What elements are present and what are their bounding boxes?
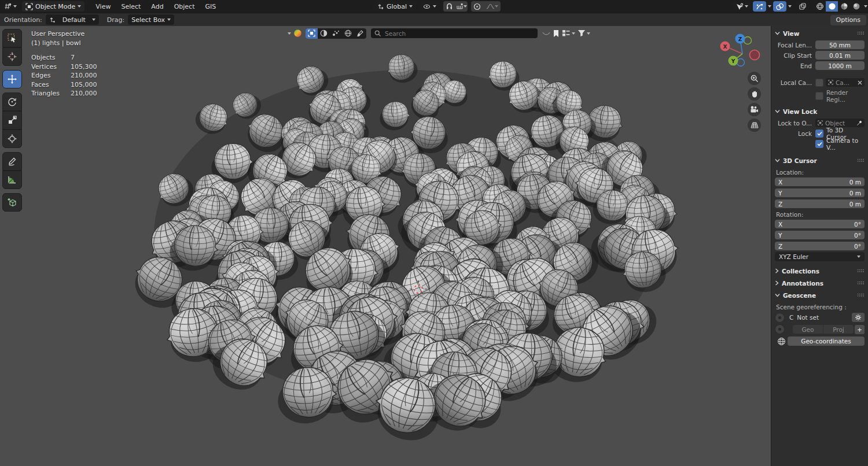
panel-grip-icon[interactable] — [857, 31, 865, 35]
cursor-rotation-y-field[interactable]: Y0° — [775, 231, 865, 239]
panel-grip-icon[interactable] — [857, 293, 865, 297]
tool-annotate[interactable] — [2, 152, 22, 171]
add-crs-button[interactable]: + — [855, 325, 865, 334]
tool-rotate[interactable] — [2, 93, 22, 111]
geo-button[interactable]: Geo — [793, 325, 823, 334]
scene-collection-label: (1) lights | bowl — [31, 39, 97, 48]
crs-settings-button[interactable] — [852, 313, 865, 322]
menu-gis[interactable]: GIS — [200, 3, 221, 10]
tool-scale[interactable] — [2, 111, 22, 130]
gizmo-axis-neg-x[interactable] — [750, 50, 760, 60]
proj-button[interactable]: Proj — [823, 325, 854, 334]
shading-rendered-button[interactable] — [850, 1, 862, 12]
proj-radio[interactable] — [775, 324, 785, 334]
focal-length-field[interactable]: 50 mm — [815, 40, 865, 49]
tool-select-box[interactable] — [2, 29, 22, 47]
filter-shading-toggle[interactable] — [318, 28, 330, 39]
cursor-rotation-z-field[interactable]: Z0° — [775, 242, 865, 250]
pan-view-button[interactable] — [748, 87, 761, 101]
tool-cursor[interactable] — [2, 47, 22, 66]
filter-particles-toggle[interactable] — [330, 28, 342, 39]
gizmos-dropdown-caret[interactable] — [768, 5, 771, 8]
geo-coordinates-button[interactable]: Geo-coordinates — [788, 336, 865, 346]
filter-dropdown[interactable] — [578, 29, 590, 37]
panel-grip-icon[interactable] — [857, 158, 865, 162]
options-button[interactable]: Options — [830, 15, 866, 25]
tool-add-cube[interactable] — [2, 193, 22, 212]
crs-radio[interactable] — [775, 313, 785, 323]
clip-end-field[interactable]: 1000 m — [815, 61, 865, 70]
snap-toggle[interactable] — [443, 1, 455, 12]
clip-start-field[interactable]: 0.01 m — [815, 51, 865, 60]
gizmo-axis-neg-y[interactable] — [744, 37, 752, 45]
xray-toggle[interactable] — [796, 1, 810, 12]
tool-move[interactable] — [2, 70, 22, 88]
cursor-location-y-field[interactable]: Y0 m — [775, 188, 865, 197]
menu-select[interactable]: Select — [116, 3, 146, 10]
panel-grip-icon[interactable] — [857, 269, 865, 273]
local-camera-object-field[interactable]: Ca... — [826, 78, 865, 87]
overlays-dropdown-caret[interactable] — [788, 5, 792, 8]
camera-to-view-checkbox[interactable] — [815, 140, 823, 148]
scale-tool-icon — [9, 116, 16, 124]
preview-ball-icon[interactable] — [293, 29, 302, 38]
3d-viewport[interactable]: User Perspective (1) lights | bowl Objec… — [0, 26, 771, 466]
camera-view-button[interactable] — [748, 103, 761, 116]
rotation-mode-dropdown[interactable]: XYZ Euler — [775, 252, 865, 261]
snap-target-dropdown[interactable] — [455, 1, 468, 12]
chevron-down-icon — [775, 31, 780, 35]
overlays-toggle[interactable] — [773, 1, 786, 12]
section-view-lock-header[interactable]: View Lock — [775, 105, 865, 117]
drag-dropdown[interactable]: Select Box — [128, 14, 174, 25]
menu-view[interactable]: View — [90, 3, 116, 10]
zoom-view-button[interactable] — [748, 72, 761, 85]
section-view-header[interactable]: View — [775, 27, 865, 39]
expand-caret[interactable] — [288, 32, 291, 35]
cursor-location-z-field[interactable]: Z0 m — [775, 199, 865, 208]
geo-globe-button[interactable] — [775, 337, 788, 346]
perspective-toggle-button[interactable] — [748, 119, 761, 132]
section-collections-header[interactable]: Collections — [775, 265, 865, 277]
local-camera-checkbox[interactable] — [815, 79, 823, 87]
menu-object[interactable]: Object — [169, 3, 200, 10]
filter-brush-toggle[interactable] — [354, 28, 366, 39]
display-mode-dropdown[interactable] — [562, 29, 575, 37]
render-region-checkbox[interactable] — [815, 92, 823, 100]
section-3d-cursor-title: 3D Cursor — [783, 157, 817, 164]
pivot-point-dropdown[interactable] — [420, 1, 440, 12]
menu-add[interactable]: Add — [146, 3, 168, 10]
falloff-dropdown[interactable] — [483, 1, 501, 12]
shading-solid-button[interactable] — [826, 1, 838, 12]
tool-orientation-dropdown[interactable]: Default — [46, 14, 99, 25]
close-icon[interactable] — [858, 80, 862, 85]
transform-orientation-dropdown[interactable]: Global — [374, 1, 416, 12]
tool-measure[interactable] — [2, 171, 22, 189]
bookmark-icon[interactable] — [553, 29, 560, 38]
clip-start-value: 0.01 m — [829, 52, 851, 59]
eyedropper-icon[interactable] — [856, 120, 862, 126]
section-3d-cursor-header[interactable]: 3D Cursor — [775, 154, 865, 167]
axis-label: X — [778, 221, 782, 228]
proportional-edit-toggle[interactable] — [471, 1, 483, 12]
section-annotations-header[interactable]: Annotations — [775, 277, 865, 289]
collapse-curve-icon[interactable] — [542, 31, 550, 36]
search-input[interactable] — [371, 28, 538, 38]
shading-material-button[interactable] — [838, 1, 850, 12]
tool-transform[interactable] — [2, 130, 22, 148]
mode-selector[interactable]: Object Mode — [22, 1, 84, 12]
editor-type-button[interactable] — [2, 1, 19, 12]
filter-all-toggle[interactable] — [306, 28, 318, 39]
gizmo-axis-neg-z[interactable] — [737, 59, 745, 66]
filter-world-toggle[interactable] — [342, 28, 354, 39]
cursor-location-x-field[interactable]: X0 m — [775, 177, 865, 186]
lock-to-3d-cursor-checkbox[interactable] — [815, 130, 823, 138]
cursor-rotation-x-field[interactable]: X0° — [775, 220, 865, 228]
shading-wireframe-button[interactable] — [814, 1, 826, 12]
gizmos-toggle[interactable] — [753, 1, 766, 12]
cursor-tool-icon — [8, 53, 17, 61]
section-collections-title: Collections — [782, 268, 819, 275]
panel-grip-icon[interactable] — [857, 281, 865, 285]
shading-dropdown-caret[interactable] — [864, 5, 867, 8]
section-geoscene-header[interactable]: Geoscene — [775, 289, 865, 301]
visibility-dropdown[interactable] — [733, 1, 751, 12]
